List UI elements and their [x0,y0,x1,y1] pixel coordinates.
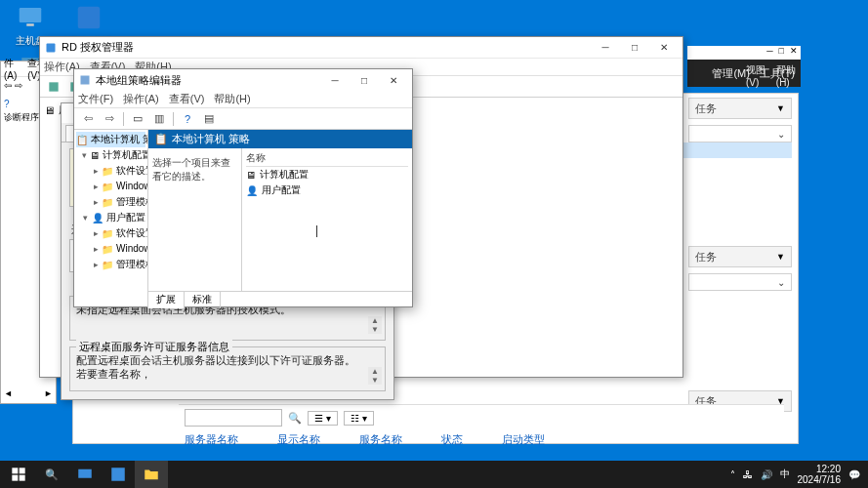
app-icon [44,41,58,55]
maximize-button[interactable]: □ [620,39,649,57]
expand-icon[interactable]: ▸ [94,244,99,254]
mmc-icon [78,73,92,87]
list-item[interactable]: 🖥 计算机配置 [246,167,408,183]
tab-extended[interactable]: 扩展 [148,292,185,308]
help-icon[interactable]: ? [178,110,197,128]
menu-help[interactable]: 帮助(H) [214,92,250,106]
expand-icon[interactable]: ▸ [94,260,99,269]
scrollbar[interactable]: ▲▼ [368,367,382,385]
frag-menu-item[interactable]: 件(A) [4,57,21,81]
col-display[interactable]: 显示名称 [277,432,320,447]
tree-computer[interactable]: ▾ 🖥 计算机配置 [76,147,145,163]
menu-file[interactable]: 文件(F) [78,92,113,106]
col-status[interactable]: 状态 [441,432,463,447]
filter-icon2[interactable]: ☷ ▾ [344,411,374,426]
search-icon[interactable]: 🔍 [288,412,302,425]
dropdown-icon[interactable]: ▼ [776,103,785,113]
item-label: 计算机配置 [260,168,309,182]
taskbar-explorer[interactable] [135,461,168,488]
folder-icon: 📁 [102,166,113,177]
collapse-icon[interactable]: ▾ [82,150,87,160]
close-button[interactable]: ✕ [649,39,679,57]
menu-help[interactable]: 帮助(H) [776,63,801,88]
scroll-right-icon[interactable]: ► [44,388,53,400]
search-button[interactable]: 🔍 [35,461,68,488]
dropdown-icon[interactable]: ▼ [776,252,785,262]
taskbar-app[interactable] [102,461,135,488]
taskbar-app[interactable] [68,461,102,488]
column-name[interactable]: 名称 [246,150,408,167]
tree-software[interactable]: ▸ 📁 软件设置 [76,225,145,241]
scrollbar[interactable]: ▲▼ [368,316,382,334]
toolbar-icon[interactable]: ⇨ [15,80,22,91]
toolbar-icon[interactable]: ⇦ [4,80,12,91]
item-label: 用户配置 [262,183,301,197]
collapse-icon[interactable]: ▾ [82,213,89,223]
tray-chevron-icon[interactable]: ˄ [730,469,735,480]
toolbar-btn[interactable] [44,78,63,96]
collapse-row[interactable]: ⌄ [688,273,792,291]
start-button[interactable] [2,461,35,488]
gpedit-selected-header: 📋 本地计算机 策略 [148,130,412,148]
toolbar-btn[interactable]: ▤ [199,110,219,128]
notifications-icon[interactable]: 💬 [848,469,860,480]
clock[interactable]: 12:20 2024/7/16 [798,464,842,485]
col-service[interactable]: 服务名称 [359,432,402,447]
minimize-button[interactable]: ─ [591,39,620,57]
svg-rect-4 [47,43,56,52]
maximize-button[interactable]: □ [779,46,784,60]
forward-button[interactable]: ⇨ [100,110,119,128]
network-icon[interactable]: 🖧 [743,469,753,480]
svg-rect-1 [26,23,34,26]
collapse-row[interactable]: ⌄ [688,125,792,142]
scroll-left-icon[interactable]: ◄ [4,388,13,400]
gpedit-titlebar[interactable]: 本地组策略编辑器 ─ □ ✕ [74,69,412,91]
expand-icon[interactable]: ▸ [94,197,99,207]
svg-rect-10 [12,468,18,473]
server-icon: 🖥 [44,104,55,116]
back-button[interactable]: ⇦ [78,110,98,128]
help-icon: ? [4,99,10,109]
expand-icon[interactable]: ▸ [94,228,99,238]
tree-label: Windows 设置 [116,242,148,256]
ime-indicator[interactable]: 中 [780,468,790,481]
tab-standard[interactable]: 标准 [185,292,221,308]
close-button[interactable]: ✕ [790,46,798,60]
tree-windows[interactable]: ▸ 📁 Windows 设置 [76,241,145,257]
menu-action[interactable]: 操作(A) [123,92,159,106]
expand-icon[interactable]: ▸ [94,166,99,176]
gpedit-bottom-tabs: 扩展 标准 [148,291,412,308]
col-startup[interactable]: 启动类型 [502,432,545,447]
tree-admin[interactable]: ▸ 📁 管理模板 [76,257,145,272]
license-group: 远程桌面服务许可证服务器信息 配置远程桌面会话主机服务器以连接到以下许可证服务器… [69,346,386,391]
minimize-button[interactable]: ─ [766,46,772,60]
minimize-button[interactable]: ─ [320,71,350,89]
tree-user[interactable]: ▾ 👤 用户配置 [76,210,145,225]
tree-software[interactable]: ▸ 📁 软件设置 [76,163,145,179]
menu-view[interactable]: 视图(V) [746,63,770,88]
toolbar-btn[interactable]: ▥ [149,110,169,128]
gpedit-tree[interactable]: 📋 本地计算机 策略 ▾ 🖥 计算机配置 ▸ 📁 软件设置 ▸ 📁 Window… [74,130,148,308]
expand-icon[interactable]: ▸ [94,182,99,191]
volume-icon[interactable]: 🔊 [761,469,772,480]
tree-root[interactable]: 📋 本地计算机 策略 [76,132,145,147]
close-button[interactable]: ✕ [379,71,408,89]
menu-view[interactable]: 查看(V) [169,92,205,106]
tree-label: 管理模板 [116,258,148,271]
svg-rect-9 [81,76,90,85]
items-pane: 名称 🖥 计算机配置 👤 用户配置 [242,148,412,291]
list-item[interactable]: 👤 用户配置 [246,183,408,198]
rd-titlebar[interactable]: RD 授权管理器 ─ □ ✕ [40,37,682,59]
filter-icon[interactable]: ☰ ▾ [308,411,338,426]
menu-manage[interactable]: 管理(M) [712,66,750,81]
tree-admin[interactable]: ▸ 📁 管理模板 [76,194,145,210]
tree-windows[interactable]: ▸ 📁 Windows 设置 [76,179,145,194]
toolbar-btn[interactable]: ▭ [128,110,147,128]
filter-input[interactable] [185,409,282,427]
maximize-button[interactable]: □ [350,71,379,89]
svg-rect-15 [111,468,125,481]
policy-icon: 📋 [76,135,88,145]
chevron-down-icon: ⌄ [777,277,785,288]
tree-label: 软件设置 [116,226,148,240]
col-server[interactable]: 服务器名称 [185,432,238,447]
